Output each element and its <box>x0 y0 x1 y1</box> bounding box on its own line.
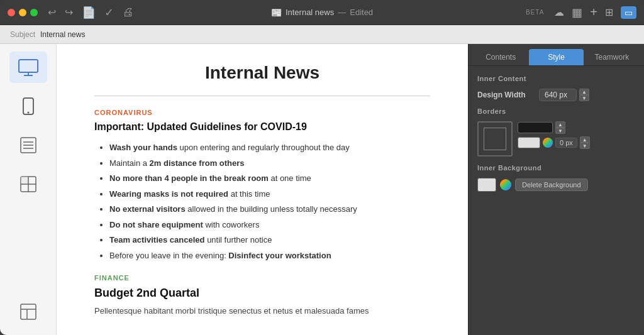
border-color-swatch[interactable] <box>518 122 553 133</box>
section-coronavirus: CORONAVIRUS Important: Updated Guideline… <box>94 109 430 261</box>
subject-bar: Subject Internal news <box>0 25 644 44</box>
design-width-control: 640 px ▲ ▼ <box>539 89 589 101</box>
section-tag-coronavirus: CORONAVIRUS <box>94 109 430 116</box>
tab-contents[interactable]: Contents <box>474 49 528 65</box>
inner-background-section: Inner Background Delete Background <box>477 164 635 192</box>
design-width-value: 640 px <box>539 89 577 101</box>
bg-color-swatch[interactable] <box>477 178 496 192</box>
border-preview-inner <box>484 128 506 150</box>
border-color-stepper[interactable]: ▲ ▼ <box>555 121 565 134</box>
bg-controls: Delete Background <box>477 178 635 192</box>
borders-box: ▲ ▼ 0 px ▲ ▼ <box>477 121 635 157</box>
subject-label: Subject <box>10 30 35 39</box>
email-content[interactable]: Internal News CORONAVIRUS Important: Upd… <box>57 44 468 335</box>
main-layout: Internal News CORONAVIRUS Important: Upd… <box>0 44 644 335</box>
sidebar-item-grid[interactable] <box>9 168 47 200</box>
sidebar-item-list[interactable] <box>9 129 47 161</box>
list-item: Wash your hands upon entering and regula… <box>109 141 430 154</box>
stepper-up-color[interactable]: ▲ <box>555 121 565 128</box>
maximize-button[interactable] <box>30 9 38 16</box>
title-edited: — <box>338 8 346 17</box>
border-controls: ▲ ▼ 0 px ▲ ▼ <box>518 121 590 149</box>
border-px-row: 0 px ▲ ▼ <box>518 136 590 149</box>
svg-rect-12 <box>21 177 28 184</box>
traffic-lights <box>8 9 38 16</box>
grid-view-icon[interactable]: ▦ <box>572 6 582 19</box>
panel-content: Inner Content Design Width 640 px ▲ ▼ Bo… <box>469 66 644 335</box>
title-text: Internal news <box>286 8 334 17</box>
design-width-stepper[interactable]: ▲ ▼ <box>579 89 589 101</box>
section-tag-finance: FINANCE <box>94 274 430 282</box>
left-sidebar <box>0 44 57 335</box>
section-title-coronavirus: Important: Updated Guidelines for COVID-… <box>94 121 430 133</box>
right-panel: Contents Style Teamwork Inner Content De… <box>468 44 644 335</box>
borders-section-title: Borders <box>477 107 635 115</box>
toolbar-icons: ↩ ↪ 📄 ✓ 🖨 <box>48 6 134 19</box>
window-title: 📰 Internal news — Edited <box>271 8 373 18</box>
minimize-button[interactable] <box>19 9 26 16</box>
svg-rect-0 <box>19 60 38 72</box>
tab-teamwork[interactable]: Teamwork <box>585 49 639 65</box>
border-color-row: ▲ ▼ <box>518 121 590 134</box>
beta-label: BETA <box>526 9 544 16</box>
stepper-up[interactable]: ▲ <box>579 89 589 95</box>
delete-background-button[interactable]: Delete Background <box>515 178 588 191</box>
section-finance: FINANCE Budget 2nd Quartal Pellentesque … <box>94 274 430 318</box>
design-width-label: Design Width <box>477 91 534 99</box>
tab-style[interactable]: Style <box>529 49 583 65</box>
stepper-down-color[interactable]: ▼ <box>555 128 565 134</box>
add-icon[interactable]: + <box>590 5 597 19</box>
titlebar: ↩ ↪ 📄 ✓ 🖨 📰 Internal news — Edited BETA … <box>0 0 644 25</box>
design-width-row: Design Width 640 px ▲ ▼ <box>477 89 635 101</box>
layout-icon[interactable]: ⊞ <box>605 6 613 18</box>
stepper-up-px[interactable]: ▲ <box>580 136 590 143</box>
list-item: Wearing masks is not required at this ti… <box>109 188 430 200</box>
window-icon[interactable]: ▭ <box>621 6 636 19</box>
section-title-finance: Budget 2nd Quartal <box>94 287 430 300</box>
back-icon[interactable]: ↩ <box>48 6 56 18</box>
list-item: No more than 4 people in the break room … <box>109 172 430 185</box>
list-item: Maintain a 2m distance from others <box>109 157 430 170</box>
list-item: Do not share equipment with coworkers <box>109 219 430 231</box>
border-px-value: 0 px <box>555 138 577 148</box>
title-edited-label: Edited <box>350 8 373 17</box>
email-title: Internal News <box>94 63 430 83</box>
title-divider <box>94 96 430 96</box>
sidebar-item-desktop[interactable] <box>9 52 47 83</box>
check-icon[interactable]: ✓ <box>104 6 114 19</box>
panel-tabs: Contents Style Teamwork <box>469 44 644 66</box>
sidebar-item-template[interactable] <box>9 296 47 327</box>
bullet-list: Wash your hands upon entering and regula… <box>94 141 430 261</box>
inner-content-section-title: Inner Content <box>477 75 635 82</box>
document-icon[interactable]: 📄 <box>82 6 96 19</box>
borders-section: Borders ▲ ▼ <box>477 107 635 157</box>
svg-point-4 <box>27 112 29 114</box>
cloud-icon[interactable]: ☁ <box>554 6 564 18</box>
inner-background-title: Inner Background <box>477 164 635 172</box>
list-item: Before you leave in the evening: Disinfe… <box>109 250 430 262</box>
border-px-stepper[interactable]: ▲ ▼ <box>580 136 590 149</box>
close-button[interactable] <box>8 9 15 16</box>
section-body-finance: Pellentesque habitant morbi tristique se… <box>94 305 430 318</box>
sidebar-item-mobile[interactable] <box>9 91 47 122</box>
stepper-down[interactable]: ▼ <box>579 95 589 101</box>
border-preview <box>477 121 513 157</box>
stepper-down-px[interactable]: ▼ <box>580 143 590 149</box>
bg-color-picker-btn[interactable] <box>500 179 511 190</box>
subject-value: Internal news <box>40 30 85 39</box>
svg-rect-13 <box>21 304 36 319</box>
border-color-picker-btn[interactable] <box>543 138 553 148</box>
list-item: No external visitors allowed in the buil… <box>109 203 430 216</box>
border-px-swatch[interactable] <box>518 137 540 148</box>
forward-icon[interactable]: ↪ <box>65 6 73 18</box>
list-item: Team activities canceled until further n… <box>109 234 430 246</box>
right-toolbar: BETA ☁ ▦ + ⊞ ▭ <box>526 5 636 19</box>
title-doc-icon: 📰 <box>271 8 282 18</box>
share-icon[interactable]: 🖨 <box>123 6 134 19</box>
